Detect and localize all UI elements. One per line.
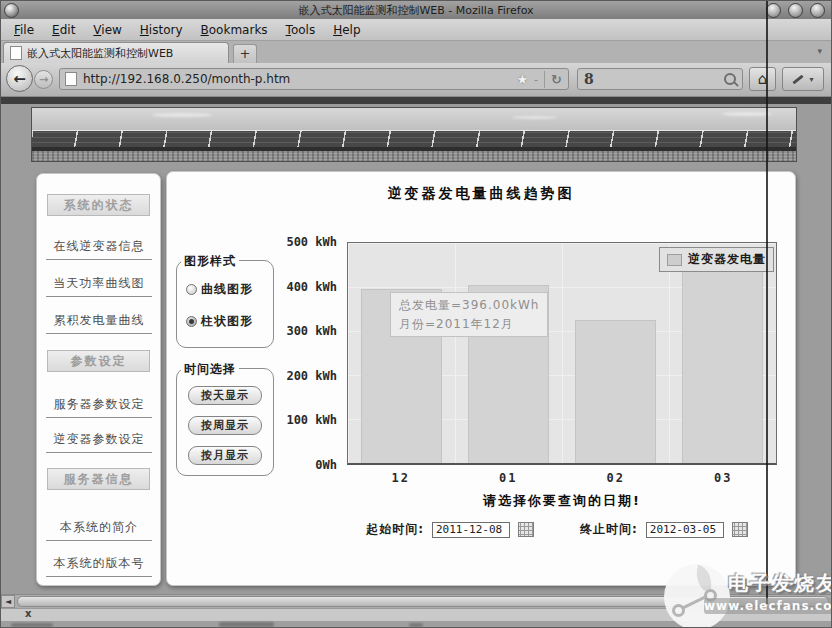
chart-title: 逆变器发电量曲线趋势图 [167, 185, 795, 203]
menu-edit[interactable]: Edit [43, 21, 84, 39]
y-axis-ticks: 500 kWh400 kWh300 kWh200 kWh100 kWh0Wh [263, 242, 343, 465]
chevron-down-icon: ▾ [809, 75, 813, 84]
banner-sky [32, 108, 796, 130]
menu-history[interactable]: History [131, 21, 192, 39]
end-calendar-icon[interactable] [732, 522, 748, 537]
scan-artifact-line [766, 1, 768, 604]
tooltip-total-energy: 总发电量=396.00kWh [399, 296, 539, 315]
bar-02 [575, 320, 656, 463]
menu-bar: File Edit View History Bookmarks Tools H… [1, 19, 831, 41]
y-tick-label: 500 kWh [286, 235, 337, 249]
watermark-url: www.elecfans.com [704, 598, 832, 614]
start-time-label: 起始时间: [366, 521, 424, 538]
watermark-brand: 电子发烧友 [728, 570, 832, 597]
search-engine-icon[interactable]: 8 [584, 71, 594, 87]
close-button[interactable] [810, 3, 825, 18]
graph-style-group: 图形样式 曲线图形 柱状图形 [176, 260, 274, 348]
end-date-input[interactable] [646, 522, 724, 538]
scroll-left-arrow-icon[interactable]: ◄ [1, 595, 15, 608]
chart-legend: 逆变器发电量 [659, 247, 774, 272]
sidebar: 系统的状态 在线逆变器信息 当天功率曲线图 累积发电量曲线 参数设定 服务器参数… [36, 173, 161, 586]
url-bar[interactable]: http://192.168.0.250/month-p.htm ★ - ↻ [59, 68, 569, 90]
graph-style-legend: 图形样式 [181, 253, 239, 270]
sidebar-item-system-introduction[interactable]: 本系统的简介 [46, 519, 152, 541]
scan-smudge [409, 623, 423, 627]
radio-checked-icon[interactable] [186, 316, 197, 327]
circuit-node-icon [672, 604, 685, 617]
show-by-week-button[interactable]: 按周显示 [188, 416, 262, 435]
menu-tools[interactable]: Tools [277, 21, 325, 39]
y-tick-label: 400 kWh [286, 280, 337, 294]
menu-view[interactable]: View [84, 21, 130, 39]
sidebar-header-system-status: 系统的状态 [47, 194, 150, 216]
show-by-month-button[interactable]: 按月显示 [188, 446, 262, 465]
new-tab-button[interactable]: + [233, 44, 257, 63]
elecfans-logo [664, 564, 730, 628]
x-tick-label: 03 [714, 471, 732, 485]
radio-curve-graph[interactable]: 曲线图形 [186, 281, 253, 298]
sidebar-item-today-power-curve[interactable]: 当天功率曲线图 [46, 275, 152, 297]
y-tick-label: 200 kWh [286, 369, 337, 383]
search-icon[interactable] [724, 73, 736, 85]
x-axis-ticks: 12010203 [347, 471, 777, 487]
radio-unchecked-icon[interactable] [186, 284, 197, 295]
maximize-button[interactable] [788, 3, 803, 18]
sidebar-item-system-version[interactable]: 本系统的版本号 [46, 555, 152, 577]
bookmarks-menu-button[interactable]: ▾ [782, 67, 824, 91]
window-controls [766, 3, 825, 18]
bar-chart-plot: 逆变器发电量 总发电量=396.00kWh 月份=2011年12月 [347, 242, 777, 465]
sidebar-item-inverter-parameter-settings[interactable]: 逆变器参数设定 [46, 431, 152, 453]
tab-active[interactable]: 嵌入式太阳能监测和控制WEB [3, 42, 229, 63]
end-time-label: 终止时间: [580, 521, 638, 538]
y-tick-label: 100 kWh [286, 413, 337, 427]
browser-window: 嵌入式太阳能监测和控制WEB - Mozilla Firefox File Ed… [0, 0, 832, 628]
sidebar-header-parameter-settings: 参数设定 [47, 350, 150, 372]
sidebar-item-cumulative-energy-curve[interactable]: 累积发电量曲线 [46, 312, 152, 334]
start-date-input[interactable] [432, 522, 510, 538]
sidebar-header-server-info: 服务器信息 [47, 468, 150, 490]
window-titlebar: 嵌入式太阳能监测和控制WEB - Mozilla Firefox [1, 1, 831, 20]
time-select-legend: 时间选择 [181, 361, 239, 378]
start-calendar-icon[interactable] [518, 522, 534, 537]
tooltip-month: 月份=2011年12月 [399, 315, 539, 334]
back-button[interactable]: ← [6, 65, 33, 92]
date-range-form: 起始时间: 终止时间: [277, 521, 832, 538]
radio-bar-graph[interactable]: 柱状图形 [186, 313, 253, 330]
bookmark-star-icon[interactable]: ★ [516, 72, 528, 87]
solar-panel-rows [32, 130, 796, 148]
reload-icon[interactable]: ↻ [544, 71, 563, 88]
cloud [722, 112, 772, 116]
pencil-icon [793, 74, 804, 84]
y-tick-label: 300 kWh [286, 324, 337, 338]
show-by-day-button[interactable]: 按天显示 [188, 386, 262, 405]
chart-tooltip: 总发电量=396.00kWh 月份=2011年12月 [390, 292, 548, 337]
site-page-icon [65, 72, 77, 86]
search-bar[interactable]: 8 [577, 68, 743, 90]
sidebar-item-online-inverter-info[interactable]: 在线逆变器信息 [46, 238, 152, 260]
menu-bookmarks[interactable]: Bookmarks [192, 21, 277, 39]
banner-ground [32, 151, 796, 162]
menu-help[interactable]: Help [324, 21, 369, 39]
scan-smudge [219, 622, 274, 627]
radio-bar-label: 柱状图形 [201, 313, 253, 330]
minimize-button[interactable] [766, 3, 781, 18]
menu-file[interactable]: File [5, 21, 43, 39]
home-button[interactable]: ⌂ [749, 67, 776, 91]
x-tick-label: 01 [499, 471, 517, 485]
solar-farm-banner-image [31, 107, 797, 162]
legend-swatch [667, 254, 682, 266]
forward-button[interactable]: → [34, 70, 53, 89]
url-text[interactable]: http://192.168.0.250/month-p.htm [83, 72, 510, 86]
tab-bar: 嵌入式太阳能监测和控制WEB + ▾ [1, 41, 831, 63]
dropmarker-icon[interactable]: - [534, 73, 538, 86]
main-content-panel: 逆变器发电量曲线趋势图 图形样式 曲线图形 柱状图形 时间选择 按天显示 按周显… [166, 171, 796, 586]
legend-label: 逆变器发电量 [688, 251, 766, 268]
list-tabs-icon[interactable]: ▾ [817, 46, 822, 56]
x-tick-label: 02 [607, 471, 625, 485]
cloud [512, 116, 557, 119]
page-icon [10, 46, 22, 60]
sidebar-item-server-parameter-settings[interactable]: 服务器参数设定 [46, 396, 152, 418]
tab-title: 嵌入式太阳能监测和控制WEB [27, 46, 173, 61]
findbar-close-icon[interactable]: x [25, 608, 31, 619]
date-query-prompt: 请选择你要查询的日期! [307, 492, 817, 510]
